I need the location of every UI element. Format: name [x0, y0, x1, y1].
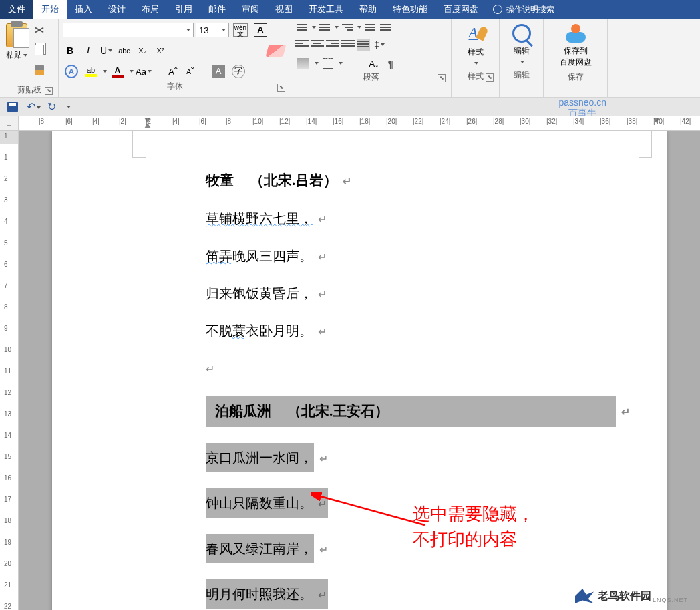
- multilevel-button[interactable]: [341, 21, 354, 33]
- scissors-icon: [34, 25, 45, 35]
- font-size-select[interactable]: [196, 23, 229, 37]
- poem1-title[interactable]: 牧童 （北宋.吕岩） ↵: [206, 171, 667, 190]
- margin-guide-left: [132, 131, 146, 158]
- format-painter-button[interactable]: [32, 63, 47, 78]
- paste-button[interactable]: [4, 21, 29, 49]
- tab-home[interactable]: 开始: [33, 0, 67, 19]
- ruler-corner[interactable]: ∟: [0, 116, 19, 130]
- tab-baidu[interactable]: 百度网盘: [435, 0, 486, 19]
- enclose-char-button[interactable]: A: [63, 63, 80, 80]
- save-label: 保存: [568, 72, 584, 82]
- editing-button[interactable]: 编辑: [504, 21, 539, 69]
- font-color-swatch: [112, 75, 124, 78]
- shrink-font-button[interactable]: Aˇ: [183, 64, 198, 79]
- increase-indent-button[interactable]: [379, 21, 392, 33]
- line-spacing-button[interactable]: ‡: [372, 37, 387, 52]
- align-center-button[interactable]: [311, 39, 324, 51]
- save-button[interactable]: [5, 100, 20, 114]
- subscript-button[interactable]: X₂: [135, 43, 150, 58]
- font-name-select[interactable]: [63, 23, 194, 37]
- highlight-swatch: [85, 74, 97, 77]
- save-to-baidu-button[interactable]: 保存到百度网盘: [548, 21, 603, 71]
- strike-button[interactable]: abc: [117, 43, 132, 58]
- poem1-line2[interactable]: 笛弄晚风三四声。↵: [206, 247, 667, 265]
- page: 牧童 （北宋.吕岩） ↵ 草铺横野六七里，↵ 笛弄晚风三四声。↵ 归来饱饭黄昏后…: [52, 131, 667, 610]
- enclose-button[interactable]: 字: [230, 63, 247, 80]
- qat-customize[interactable]: [67, 106, 71, 108]
- tab-file[interactable]: 文件: [0, 0, 33, 19]
- tab-review[interactable]: 审阅: [234, 0, 267, 19]
- quick-access-toolbar: ↶ ↻ passneo.cn 百事牛: [0, 98, 700, 116]
- group-paragraph: ‡ A↓ ¶ 段落⬊: [291, 19, 452, 97]
- font-label: 字体: [167, 82, 183, 91]
- bold-button[interactable]: B: [63, 43, 77, 58]
- annotation-text: 选中需要隐藏， 不打印的内容: [413, 502, 534, 553]
- paragraph-launcher[interactable]: ⬊: [437, 74, 446, 82]
- decrease-indent-button[interactable]: [363, 21, 377, 33]
- styles-label: 样式: [468, 71, 484, 81]
- tell-me-search[interactable]: 操作说明搜索: [486, 0, 561, 19]
- clear-format-button[interactable]: [265, 43, 287, 59]
- bird-icon: [575, 589, 594, 603]
- shading-icon: [297, 58, 309, 69]
- vertical-ruler[interactable]: 112345678910111213141516171819202122: [0, 131, 19, 610]
- tab-layout[interactable]: 布局: [134, 0, 167, 19]
- empty-paragraph[interactable]: ↵: [206, 359, 667, 377]
- borders-button[interactable]: [321, 56, 335, 71]
- underline-button[interactable]: U: [99, 43, 114, 58]
- tab-design[interactable]: 设计: [100, 0, 134, 19]
- page-viewport[interactable]: 牧童 （北宋.吕岩） ↵ 草铺横野六七里，↵ 笛弄晚风三四声。↵ 归来饱饭黄昏后…: [19, 131, 700, 610]
- styles-button[interactable]: A 样式: [456, 21, 495, 70]
- lightbulb-icon: [493, 5, 502, 14]
- italic-button[interactable]: I: [81, 43, 96, 58]
- tab-insert[interactable]: 插入: [67, 0, 100, 19]
- align-justify-button[interactable]: [341, 39, 355, 51]
- sort-button[interactable]: A↓: [367, 56, 381, 71]
- tab-special[interactable]: 特色功能: [385, 0, 435, 19]
- document-content[interactable]: 牧童 （北宋.吕岩） ↵ 草铺横野六七里，↵ 笛弄晚风三四声。↵ 归来饱饭黄昏后…: [52, 171, 667, 609]
- phonetic-guide-button[interactable]: wén文: [231, 21, 250, 39]
- copy-icon: [35, 45, 44, 55]
- superscript-button[interactable]: X²: [153, 43, 168, 58]
- align-left-button[interactable]: [295, 39, 309, 51]
- show-marks-button[interactable]: ¶: [383, 56, 398, 71]
- numbering-button[interactable]: [318, 21, 331, 33]
- clipboard-launcher[interactable]: ⬊: [45, 87, 53, 95]
- tab-help[interactable]: 帮助: [351, 0, 385, 19]
- brush-icon: [35, 65, 44, 75]
- paste-label[interactable]: 粘贴: [6, 49, 27, 61]
- tab-references[interactable]: 引用: [167, 0, 200, 19]
- redo-button[interactable]: ↻: [47, 100, 56, 113]
- cut-button[interactable]: [32, 23, 47, 37]
- char-shading-button[interactable]: A: [210, 63, 227, 80]
- bullets-button[interactable]: [295, 21, 309, 33]
- group-editing: 编辑 编辑: [500, 19, 544, 97]
- align-right-button[interactable]: [326, 39, 339, 51]
- font-name-input[interactable]: [63, 23, 184, 37]
- align-distribute-button[interactable]: [357, 39, 370, 51]
- tab-view[interactable]: 视图: [267, 0, 301, 19]
- document-area: 112345678910111213141516171819202122 牧童 …: [0, 131, 700, 610]
- tab-developer[interactable]: 开发工具: [301, 0, 351, 19]
- editing-label: 编辑: [514, 70, 530, 80]
- styles-launcher[interactable]: ⬊: [486, 73, 494, 82]
- shading-button[interactable]: [295, 56, 311, 71]
- char-border-button[interactable]: A: [252, 21, 269, 39]
- poem1-line4[interactable]: 不脱蓑衣卧月明。↵: [206, 321, 667, 340]
- paste-icon: [6, 23, 27, 47]
- font-size-input[interactable]: [196, 23, 219, 37]
- tab-mailings[interactable]: 邮件: [200, 0, 234, 19]
- save-icon: [7, 102, 18, 112]
- font-launcher[interactable]: ⬊: [277, 84, 285, 92]
- horizontal-ruler[interactable]: |8||6||4||2||2||4||6||8||10||12||14||16|…: [19, 116, 700, 130]
- change-case-button[interactable]: Aa: [136, 64, 151, 79]
- grow-font-button[interactable]: Aˆ: [166, 64, 180, 79]
- font-color-button[interactable]: A: [110, 63, 126, 80]
- poem1-line3[interactable]: 归来饱饭黄昏后，↵: [206, 284, 667, 303]
- cloud-icon: [564, 24, 588, 43]
- copy-button[interactable]: [32, 43, 47, 57]
- undo-button[interactable]: ↶: [27, 100, 41, 113]
- margin-guide-right: [639, 131, 652, 158]
- poem1-line1[interactable]: 草铺横野六七里，↵: [206, 209, 667, 228]
- highlight-button[interactable]: ab: [83, 64, 99, 79]
